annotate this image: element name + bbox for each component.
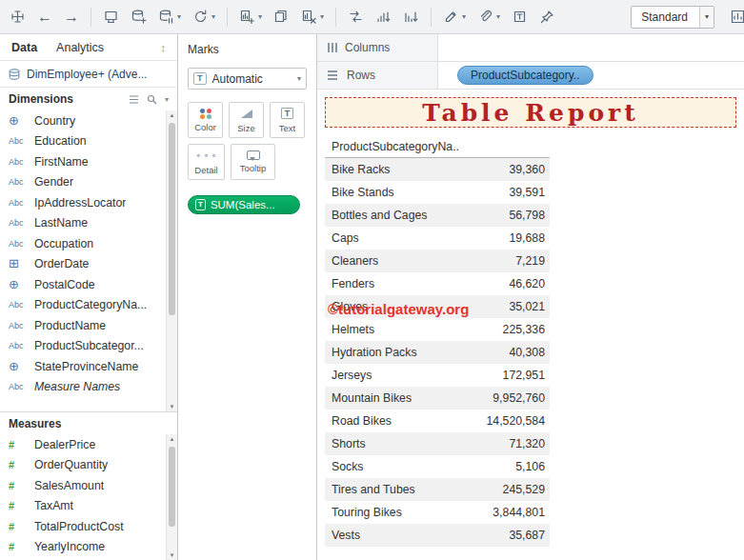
pane-options-icon[interactable]: ↕	[161, 42, 167, 53]
measure-field[interactable]: TotalProductCost	[0, 516, 166, 537]
mark-type-dropdown[interactable]: T Automatic ▾	[188, 68, 307, 90]
measure-field[interactable]: OrderQuantity	[0, 455, 166, 476]
dimension-field[interactable]: ProductName	[0, 315, 166, 336]
duplicate-sheet-button[interactable]	[268, 4, 295, 30]
datasource-item[interactable]: DimEmployee+ (Adve...	[0, 61, 177, 88]
dimension-field[interactable]: Country	[0, 110, 166, 131]
table-row[interactable]: Helmets 225,336	[325, 318, 550, 341]
measure-field[interactable]: YearlyIncome	[0, 537, 166, 558]
field-type-icon	[9, 239, 30, 249]
table-row[interactable]: Jerseys 172,951	[325, 364, 550, 387]
dimension-field[interactable]: Gender	[0, 172, 166, 193]
new-datasource-button[interactable]	[125, 4, 152, 30]
columns-shelf[interactable]: Columns	[317, 34, 744, 62]
row-value: 46,620	[473, 277, 545, 290]
table-row[interactable]: Fenders 46,620	[325, 272, 550, 295]
rows-shelf[interactable]: Rows ProductSubcategory..	[317, 62, 744, 90]
save-button[interactable]	[97, 4, 125, 30]
table-row[interactable]: Shorts 71,320	[325, 432, 550, 455]
sheet-title: Table Report	[325, 97, 736, 128]
clear-sheet-button[interactable]: ▾	[295, 4, 330, 30]
dimensions-scrollbar[interactable]: ▲ ▼	[166, 110, 177, 411]
measure-field[interactable]: TaxAmt	[0, 496, 166, 517]
table-row[interactable]: Bottles and Cages 56,798	[325, 204, 550, 227]
scroll-down-icon[interactable]: ▼	[167, 552, 177, 558]
table-row[interactable]: Touring Bikes 3,844,801	[325, 501, 550, 524]
view-list-icon[interactable]	[129, 94, 139, 105]
field-type-icon	[9, 541, 30, 552]
new-worksheet-button[interactable]: ▾	[233, 4, 268, 30]
swap-rows-columns-button[interactable]	[342, 4, 370, 30]
scrollbar-thumb[interactable]	[169, 123, 175, 315]
field-type-icon	[9, 218, 30, 228]
sum-sales-pill[interactable]: T SUM(Sales...	[188, 195, 300, 214]
table-row[interactable]: Road Bikes 14,520,584	[325, 410, 550, 432]
dimension-field[interactable]: Occupation	[0, 233, 166, 254]
search-icon[interactable]	[147, 94, 157, 105]
dimension-field[interactable]: ProductCategoryNa...	[0, 295, 166, 316]
mark-property-icon	[247, 150, 260, 160]
show-me-button[interactable]	[724, 4, 744, 30]
scroll-up-icon[interactable]: ▲	[167, 112, 177, 118]
mark-property-icon	[196, 150, 217, 162]
table-row[interactable]: Caps 19,688	[325, 227, 550, 250]
table-row[interactable]: Bike Stands 39,591	[325, 181, 550, 204]
field-label: OrderDate	[34, 257, 89, 270]
tab-analytics[interactable]: Analytics	[56, 41, 104, 54]
measure-field[interactable]: DealerPrice	[0, 434, 166, 455]
dimension-field[interactable]: Education	[0, 131, 166, 152]
row-value: 245,529	[473, 483, 545, 496]
table-row[interactable]: Bike Racks 39,360	[325, 158, 550, 181]
mark-property-button[interactable]: Text	[270, 102, 305, 138]
toolbar: ← → ▾ ▾ ▾ ▾ ▾ ▾	[0, 0, 744, 34]
sort-ascending-button[interactable]	[370, 4, 397, 30]
table-row[interactable]: Hydration Packs 40,308	[325, 341, 550, 364]
table-row[interactable]: Cleaners 7,219	[325, 250, 550, 272]
scroll-down-icon[interactable]: ▼	[167, 404, 177, 410]
mark-property-icon	[200, 109, 211, 119]
dimension-field[interactable]: FirstName	[0, 151, 166, 172]
table-row[interactable]: Mountain Bikes 9,952,760	[325, 387, 550, 410]
mark-property-label: Color	[194, 122, 216, 132]
field-type-icon	[9, 521, 30, 532]
mark-property-icon	[281, 108, 294, 120]
mark-property-button[interactable]: Detail	[188, 144, 225, 180]
dimension-field[interactable]: ProductSubcategor...	[0, 336, 166, 357]
field-label: FirstName	[34, 155, 89, 169]
row-value: 39,360	[473, 163, 545, 176]
dimensions-list: Country Education FirstName Gender	[0, 110, 177, 411]
table-row[interactable]: Tires and Tubes 245,529	[325, 478, 550, 501]
pause-auto-updates-button[interactable]: ▾	[152, 4, 187, 30]
dimension-field[interactable]: LastName	[0, 213, 166, 234]
dimension-field[interactable]: Measure Names	[0, 377, 166, 398]
dimension-field[interactable]: OrderDate	[0, 254, 166, 275]
mark-property-button[interactable]: Size	[229, 102, 264, 138]
tableau-logo-icon[interactable]	[4, 4, 31, 30]
table-row[interactable]: Vests 35,687	[325, 524, 550, 547]
highlight-button[interactable]: ▾	[437, 4, 472, 30]
rows-pill[interactable]: ProductSubcategory..	[457, 66, 593, 85]
undo-button[interactable]: ←	[31, 4, 58, 30]
sort-descending-button[interactable]	[397, 4, 425, 30]
row-label: Road Bikes	[332, 414, 473, 428]
chevron-down-icon[interactable]: ▾	[165, 95, 169, 104]
column-header[interactable]: ProductSubcategoryNa..	[325, 135, 550, 158]
measure-field[interactable]: SalesAmount	[0, 475, 166, 496]
run-update-button[interactable]: ▾	[187, 4, 221, 30]
mark-property-button[interactable]: Tooltip	[231, 144, 275, 180]
dimension-field[interactable]: PostalCode	[0, 274, 166, 295]
scrollbar-thumb[interactable]	[169, 447, 175, 527]
fix-axes-button[interactable]	[533, 4, 561, 30]
dimension-field[interactable]: StateProvinceName	[0, 356, 166, 377]
redo-button[interactable]: →	[58, 4, 85, 30]
scroll-up-icon[interactable]: ▲	[167, 436, 177, 442]
dimension-field[interactable]: IpAddressLocator	[0, 192, 166, 213]
row-label: Shorts	[332, 437, 473, 450]
tab-data[interactable]: Data	[11, 41, 37, 54]
measures-scrollbar[interactable]: ▲ ▼	[166, 434, 177, 560]
table-row[interactable]: Socks 5,106	[325, 455, 550, 478]
fit-dropdown[interactable]: Standard ▾	[631, 6, 714, 29]
show-mark-labels-button[interactable]	[506, 4, 533, 30]
mark-property-button[interactable]: Color	[188, 102, 223, 138]
group-members-button[interactable]: ▾	[472, 4, 506, 30]
